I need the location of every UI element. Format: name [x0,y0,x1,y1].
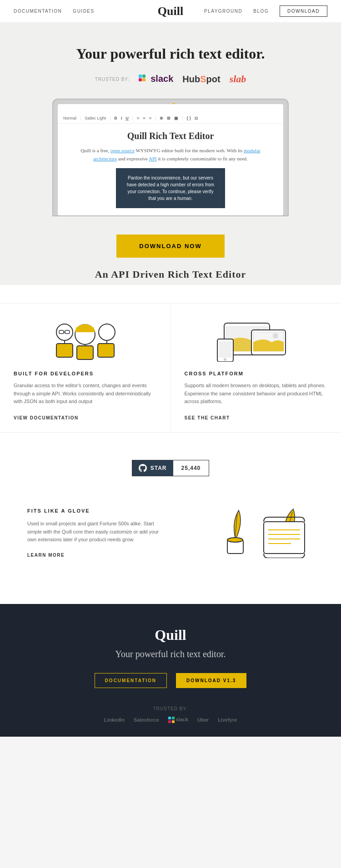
download-section: DOWNLOAD NOW An API Driven Rich Text Edi… [0,216,341,285]
editor-paragraph: Quill is a free, open source WYSIWYG edi… [71,147,270,163]
footer-logo: Quill [18,627,323,644]
cross-platform-feature-title: CROSS PLATFORM [185,371,328,376]
github-star-inner: STAR [132,460,173,476]
hero-title: Your powerful rich text editor. [18,45,323,62]
hero-section: Your powerful rich text editor. TRUSTED … [0,23,341,216]
developers-feature-desc: Granular access to the editor's content,… [14,382,157,406]
svg-rect-11 [77,346,93,359]
fits-section: FITS LIKE A GLOVE Used in small projects… [0,494,341,577]
editor-link-api[interactable]: API [149,156,157,161]
footer: Quill Your powerful rich text editor. DO… [0,604,341,737]
svg-point-21 [273,333,278,339]
editor-content: Quill Rich Text Editor Quill is a free, … [58,124,283,215]
toolbar-link[interactable]: ⊕ [160,116,163,120]
api-driven-title: An API Driven Rich Text Editor [18,269,323,280]
fits-title: FITS LIKE A GLOVE [27,508,164,514]
footer-trusted-label: TRUSTED BY: [18,706,323,711]
toolbar-image[interactable]: ⊞ [167,116,170,120]
github-icon [139,464,147,472]
trusted-by-row: TRUSTED BY: slack HubSpot slab [18,73,323,85]
footer-brand-salesforce: Salesforce [134,717,159,723]
editor-toolbar: Normal | Sailec Light | B I U | ≡ ≡ ≡ | … [58,113,283,124]
toolbar-font: Sailec Light [85,116,106,120]
footer-docs-button[interactable]: DOCUMENTATION [95,673,167,688]
nav-logo[interactable]: Quill [158,5,183,18]
svg-rect-23 [219,341,232,358]
spacer [0,577,341,604]
nav-right-links: PLAYGROUND BLOG DOWNLOAD [204,5,327,17]
svg-point-13 [99,324,115,340]
svg-rect-29 [264,522,305,554]
star-label: STAR [150,465,167,471]
feature-cards-row: BUILT FOR DEVELOPERS Granular access to … [0,303,341,433]
editor-link-opensource[interactable]: open source [110,148,135,153]
trusted-label: TRUSTED BY: [95,77,130,82]
fits-text: FITS LIKE A GLOVE Used in small projects… [27,508,164,559]
nav-left-links: DOCUMENTATION GUIDES [14,9,95,14]
footer-download-button[interactable]: DOWNLOAD V1.3 [176,673,246,688]
hubspot-logo: HubSpot [182,74,220,85]
nav-docs-link[interactable]: DOCUMENTATION [14,9,62,14]
fits-illustration [223,508,314,558]
nav-download-button[interactable]: DOWNLOAD [280,5,327,17]
cross-platform-illustration [185,317,328,363]
feature-card-cross-platform: CROSS PLATFORM Supports all modern brows… [171,304,341,432]
editor-modal: Pardon the inconvenience, but our server… [116,168,225,208]
download-now-button[interactable]: DOWNLOAD NOW [116,234,224,258]
editor-heading: Quill Rich Text Editor [71,131,270,141]
footer-tagline: Your powerful rich text editor. [18,649,323,659]
feature-card-developers: BUILT FOR DEVELOPERS Granular access to … [0,304,171,432]
toolbar-underline[interactable]: U [125,116,129,120]
laptop-screen: Normal | Sailec Light | B I U | ≡ ≡ ≡ | … [58,104,283,215]
laptop-mockup: Normal | Sailec Light | B I U | ≡ ≡ ≡ | … [18,99,323,216]
svg-rect-37 [172,720,175,723]
github-star-button[interactable]: STAR 25,440 [132,460,209,476]
footer-brand-slack: slack [168,717,189,723]
footer-brand-livefyre: Livefyre [218,717,237,723]
svg-rect-6 [65,330,70,334]
svg-rect-34 [168,717,171,719]
cross-platform-feature-desc: Supports all modern browsers on desktops… [185,382,328,406]
slab-logo: slab [230,73,246,85]
github-star-count: 25,440 [173,461,209,475]
toolbar-italic[interactable]: I [121,116,122,120]
svg-rect-2 [139,78,142,81]
toolbar-code[interactable]: { } [187,116,191,120]
toolbar-list3[interactable]: ≡ [149,116,151,120]
footer-brands: LinkedIn Salesforce slack Uber Livefyre [18,717,323,723]
developers-illustration [14,317,157,363]
footer-brand-linkedin: LinkedIn [104,717,125,723]
nav-blog-link[interactable]: BLOG [253,9,269,14]
toolbar-list1[interactable]: ≡ [137,116,139,120]
svg-rect-5 [59,330,64,334]
svg-rect-36 [168,720,171,723]
svg-rect-8 [56,344,73,357]
svg-rect-0 [139,75,142,78]
nav-playground-link[interactable]: PLAYGROUND [204,9,242,14]
laptop-frame: Normal | Sailec Light | B I U | ≡ ≡ ≡ | … [52,99,289,216]
navbar: DOCUMENTATION GUIDES Quill PLAYGROUND BL… [0,0,341,23]
svg-rect-14 [98,344,114,357]
github-star-section: STAR 25,440 [0,451,341,494]
toolbar-normal: Normal [63,116,76,120]
svg-rect-35 [172,717,175,719]
fits-learn-more-link[interactable]: LEARN MORE [27,553,65,558]
svg-rect-1 [142,75,145,78]
nav-guides-link[interactable]: GUIDES [73,9,94,14]
toolbar-video[interactable]: ▣ [174,116,178,120]
footer-buttons: DOCUMENTATION DOWNLOAD V1.3 [18,673,323,688]
cross-platform-feature-link[interactable]: SEE THE CHART [185,415,230,420]
toolbar-list2[interactable]: ≡ [143,116,145,120]
svg-rect-3 [142,78,145,81]
developers-feature-title: BUILT FOR DEVELOPERS [14,371,157,376]
svg-point-26 [227,538,243,542]
slack-logo: slack [139,74,173,85]
features-section: BUILT FOR DEVELOPERS Granular access to … [0,285,341,451]
toolbar-bold[interactable]: B [114,116,117,120]
svg-point-24 [224,358,226,361]
toolbar-formula[interactable]: Ω [195,116,198,120]
developers-feature-link[interactable]: VIEW DOCUMENTATION [14,415,79,420]
footer-brand-uber: Uber [197,717,209,723]
fits-desc: Used in small projects and giant Fortune… [27,520,164,544]
